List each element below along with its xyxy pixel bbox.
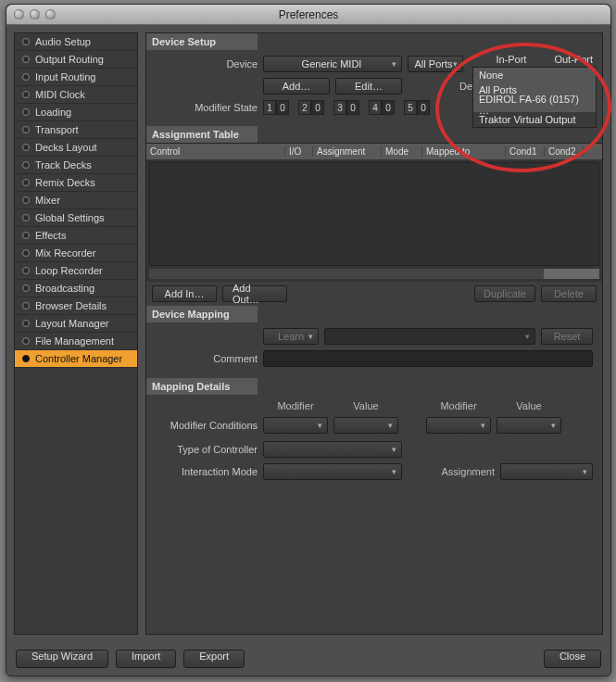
column-cond2[interactable]: Cond2 <box>545 146 584 157</box>
radio-icon <box>22 196 30 204</box>
reset-button[interactable]: Reset <box>541 328 593 345</box>
device-mapping-header: Device Mapping <box>146 306 258 322</box>
modifier-1[interactable]: 10 <box>263 100 289 115</box>
modifier-col-1: Modifier <box>263 400 328 411</box>
radio-icon <box>22 161 30 169</box>
modifier-5[interactable]: 50 <box>404 100 430 115</box>
close-button[interactable]: Close <box>544 650 601 668</box>
preferences-sidebar: Audio SetupOutput RoutingInput RoutingMI… <box>14 32 138 635</box>
interaction-mode-dropdown[interactable] <box>263 463 402 480</box>
sidebar-item-layout-manager[interactable]: Layout Manager <box>15 315 137 333</box>
in-port-label: In-Port <box>496 54 526 65</box>
assignment-table-header-row: ControlI/OAssignmentModeMapped toCond1Co… <box>146 144 602 159</box>
radio-icon <box>22 144 30 151</box>
radio-icon <box>22 56 30 63</box>
sidebar-item-label: Layout Manager <box>35 318 109 329</box>
column-mapped-to[interactable]: Mapped to <box>422 146 506 157</box>
sidebar-item-label: Loop Recorder <box>35 265 103 276</box>
column-assignment[interactable]: Assignment <box>313 146 382 157</box>
outport-option-edirol-fa-66-0157-[interactable]: EDIROL FA-66 (0157) … <box>473 97 596 112</box>
radio-icon <box>22 355 30 362</box>
radio-icon <box>22 73 30 81</box>
add-out-button[interactable]: Add Out… <box>222 285 287 302</box>
out-port-dropdown-menu[interactable]: NoneAll PortsEDIROL FA-66 (0157) …Trakto… <box>472 67 597 128</box>
setup-wizard-button[interactable]: Setup Wizard <box>16 650 108 668</box>
assignment-table-header: Assignment Table <box>146 126 258 143</box>
sidebar-item-loop-recorder[interactable]: Loop Recorder <box>15 262 137 280</box>
column-mode[interactable]: Mode <box>382 146 422 157</box>
in-port-dropdown[interactable]: All Ports <box>408 56 463 72</box>
modifier-2[interactable]: 20 <box>298 100 324 115</box>
sidebar-item-mix-recorder[interactable]: Mix Recorder <box>15 245 137 262</box>
sidebar-item-input-routing[interactable]: Input Routing <box>15 69 137 86</box>
sidebar-item-global-settings[interactable]: Global Settings <box>15 209 137 227</box>
radio-icon <box>22 267 30 274</box>
sidebar-item-track-decks[interactable]: Track Decks <box>15 157 137 174</box>
edit-device-button[interactable]: Edit… <box>335 78 402 95</box>
out-port-label: Out-Port <box>554 54 593 65</box>
sidebar-item-browser-details[interactable]: Browser Details <box>15 297 137 315</box>
import-button[interactable]: Import <box>116 650 176 668</box>
radio-icon <box>22 179 30 186</box>
sidebar-item-audio-setup[interactable]: Audio Setup <box>15 33 137 51</box>
sidebar-item-label: MIDI Clock <box>35 89 85 100</box>
sidebar-item-effects[interactable]: Effects <box>15 227 137 245</box>
preferences-window: Preferences Audio SetupOutput RoutingInp… <box>6 4 611 676</box>
sidebar-item-label: Effects <box>35 230 66 241</box>
add-in-button[interactable]: Add In… <box>152 285 217 302</box>
sidebar-item-loading[interactable]: Loading <box>15 104 137 121</box>
radio-icon <box>22 232 30 239</box>
column-cond1[interactable]: Cond1 <box>506 146 545 157</box>
column-control[interactable]: Control <box>146 146 285 157</box>
comment-field[interactable] <box>263 350 593 367</box>
add-device-button[interactable]: Add… <box>263 78 330 95</box>
outport-option-none[interactable]: None <box>473 68 596 82</box>
footer: Setup Wizard Import Export Close <box>6 642 610 676</box>
column-i-o[interactable]: I/O <box>285 146 313 157</box>
assignment-table-scrollbar[interactable] <box>149 269 599 279</box>
mapping-display-dropdown[interactable] <box>324 328 535 345</box>
sidebar-item-label: Controller Manager <box>35 353 122 364</box>
radio-icon <box>22 126 30 133</box>
type-of-controller-dropdown[interactable] <box>263 441 402 458</box>
sidebar-item-label: Output Routing <box>35 54 104 65</box>
export-button[interactable]: Export <box>183 650 245 668</box>
sidebar-item-transport[interactable]: Transport <box>15 121 137 139</box>
type-of-controller-label: Type of Controller <box>156 444 258 455</box>
sidebar-item-mixer[interactable]: Mixer <box>15 192 137 209</box>
sidebar-item-remix-decks[interactable]: Remix Decks <box>15 174 137 192</box>
radio-icon <box>22 302 30 309</box>
mc-modifier-1[interactable] <box>263 417 328 434</box>
mc-modifier-2[interactable] <box>426 417 491 434</box>
mapping-details-header: Mapping Details <box>146 378 258 395</box>
radio-icon <box>22 214 30 221</box>
mc-value-1[interactable] <box>333 417 398 434</box>
sidebar-item-midi-clock[interactable]: MIDI Clock <box>15 86 137 104</box>
device-setup-header: Device Setup <box>146 33 258 50</box>
sidebar-item-label: File Management <box>35 335 114 347</box>
mc-value-2[interactable] <box>497 417 561 434</box>
titlebar: Preferences <box>6 5 610 25</box>
device-label: Device <box>156 58 258 69</box>
assignment-table-body[interactable] <box>149 162 599 266</box>
modifier-3[interactable]: 30 <box>333 100 359 115</box>
sidebar-item-broadcasting[interactable]: Broadcasting <box>15 280 137 297</box>
sidebar-item-label: Global Settings <box>35 212 105 223</box>
assignment-dropdown[interactable] <box>500 463 593 480</box>
modifier-conditions-label: Modifier Conditions <box>156 420 258 431</box>
assignment-label: Assignment <box>430 466 495 477</box>
learn-button[interactable]: Learn <box>263 328 319 345</box>
sidebar-item-label: Transport <box>35 124 79 135</box>
sidebar-item-label: Track Decks <box>35 159 92 170</box>
sidebar-item-label: Input Routing <box>35 71 95 82</box>
sidebar-item-decks-layout[interactable]: Decks Layout <box>15 139 137 157</box>
duplicate-button[interactable]: Duplicate <box>474 285 535 302</box>
radio-icon <box>22 91 30 98</box>
radio-icon <box>22 38 30 45</box>
sidebar-item-controller-manager[interactable]: Controller Manager <box>15 350 137 368</box>
sidebar-item-file-management[interactable]: File Management <box>15 333 137 350</box>
sidebar-item-output-routing[interactable]: Output Routing <box>15 51 137 69</box>
device-dropdown[interactable]: Generic MIDI <box>263 56 402 72</box>
modifier-4[interactable]: 40 <box>369 100 395 115</box>
delete-button[interactable]: Delete <box>541 285 597 302</box>
